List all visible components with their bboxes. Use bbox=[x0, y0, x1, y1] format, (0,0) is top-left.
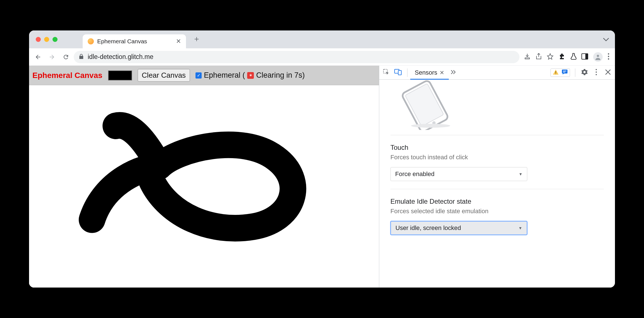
svg-rect-10 bbox=[555, 73, 556, 74]
address-bar: idle-detection.glitch.me bbox=[29, 48, 615, 66]
sidepanel-icon[interactable] bbox=[581, 53, 588, 61]
new-tab-button[interactable]: ＋ bbox=[191, 33, 202, 44]
svg-rect-13 bbox=[563, 72, 565, 72]
lock-icon bbox=[79, 54, 84, 60]
close-tab-icon[interactable]: ✕ bbox=[176, 38, 181, 45]
orientation-preview bbox=[390, 80, 604, 130]
omnibox[interactable]: idle-detection.glitch.me bbox=[74, 51, 519, 63]
favicon-icon bbox=[88, 38, 94, 44]
window-zoom-button[interactable] bbox=[53, 37, 58, 42]
page-title: Ephemeral Canvas bbox=[32, 71, 102, 80]
window-close-button[interactable] bbox=[36, 37, 41, 42]
ephemeral-label-suffix: Clearing in 7s) bbox=[256, 71, 305, 80]
chevron-down-icon: ▼ bbox=[518, 226, 522, 230]
svg-point-5 bbox=[608, 58, 609, 60]
svg-point-14 bbox=[596, 69, 597, 70]
devtools-tab-label: Sensors bbox=[415, 69, 437, 76]
devtools-body: Touch Forces touch instead of click Forc… bbox=[379, 80, 615, 288]
svg-rect-9 bbox=[555, 71, 556, 73]
svg-point-2 bbox=[597, 55, 599, 57]
svg-point-3 bbox=[608, 53, 609, 54]
ephemeral-toggle-group: ✓ Ephemeral ( ✶ Clearing in 7s) bbox=[195, 71, 305, 80]
device-toggle-icon[interactable] bbox=[394, 69, 402, 76]
inspect-element-icon[interactable] bbox=[382, 69, 390, 77]
window-minimize-button[interactable] bbox=[44, 37, 49, 42]
canvas-area[interactable] bbox=[29, 85, 379, 288]
touch-section: Touch Forces touch instead of click Forc… bbox=[390, 135, 604, 189]
back-button[interactable] bbox=[32, 51, 44, 63]
separator bbox=[575, 68, 575, 77]
warning-icon bbox=[551, 69, 560, 76]
svg-rect-11 bbox=[562, 70, 567, 73]
idle-section: Emulate Idle Detector state Forces selec… bbox=[390, 189, 604, 243]
browser-tab[interactable]: Ephemeral Canvas ✕ bbox=[83, 34, 186, 48]
ephemeral-checkbox[interactable]: ✓ bbox=[195, 72, 202, 79]
share-icon[interactable] bbox=[536, 53, 542, 61]
devtools-close-icon[interactable] bbox=[604, 69, 612, 76]
profile-avatar[interactable] bbox=[593, 52, 603, 62]
close-tab-icon[interactable]: ✕ bbox=[440, 69, 444, 76]
page-toolbar: Ephemeral Canvas Clear Canvas ✓ Ephemera… bbox=[29, 66, 379, 85]
svg-point-16 bbox=[596, 74, 597, 75]
devtools-tab-sensors[interactable]: Sensors ✕ bbox=[412, 66, 447, 79]
separator bbox=[407, 68, 407, 77]
forward-button[interactable] bbox=[46, 51, 58, 63]
idle-select[interactable]: User idle, screen locked ▼ bbox=[390, 221, 527, 235]
devtools-panel: Sensors ✕ bbox=[379, 66, 615, 288]
more-tabs-icon[interactable] bbox=[450, 70, 458, 75]
chrome-tabbar: Ephemeral Canvas ✕ ＋ bbox=[29, 30, 615, 48]
install-icon[interactable] bbox=[524, 53, 531, 61]
svg-rect-12 bbox=[563, 71, 566, 71]
alarm-icon: ✶ bbox=[247, 72, 254, 79]
chrome-menu-icon[interactable] bbox=[608, 53, 609, 61]
touch-heading: Touch bbox=[390, 144, 604, 151]
touch-select-value: Force enabled bbox=[395, 170, 435, 178]
issues-pill[interactable] bbox=[550, 68, 570, 77]
url-text: idle-detection.glitch.me bbox=[88, 53, 153, 61]
clear-canvas-button[interactable]: Clear Canvas bbox=[138, 69, 190, 82]
labs-icon[interactable] bbox=[570, 53, 576, 61]
tab-title: Ephemeral Canvas bbox=[97, 38, 173, 45]
svg-rect-1 bbox=[585, 54, 588, 59]
extensions-icon[interactable] bbox=[559, 53, 565, 61]
color-swatch[interactable] bbox=[108, 70, 132, 80]
browser-window: Ephemeral Canvas ✕ ＋ idle-detection.glit… bbox=[29, 30, 615, 288]
devtools-tabbar-right bbox=[550, 68, 612, 77]
touch-select[interactable]: Force enabled ▼ bbox=[390, 167, 527, 181]
svg-point-4 bbox=[608, 56, 609, 57]
svg-point-20 bbox=[411, 124, 450, 128]
idle-sub: Forces selected idle state emulation bbox=[390, 208, 604, 215]
toolbar-right bbox=[521, 52, 612, 62]
devtools-settings-icon[interactable] bbox=[580, 69, 589, 77]
content-split: Ephemeral Canvas Clear Canvas ✓ Ephemera… bbox=[29, 66, 615, 288]
chevron-down-icon: ▼ bbox=[519, 172, 523, 176]
tabs-dropdown-icon[interactable] bbox=[603, 36, 609, 43]
ephemeral-label-prefix: Ephemeral ( bbox=[204, 71, 245, 80]
touch-sub: Forces touch instead of click bbox=[390, 154, 604, 161]
devtools-menu-icon[interactable] bbox=[592, 69, 600, 77]
idle-select-value: User idle, screen locked bbox=[395, 224, 461, 232]
svg-rect-8 bbox=[398, 70, 401, 75]
page-viewport: Ephemeral Canvas Clear Canvas ✓ Ephemera… bbox=[29, 66, 379, 288]
svg-point-15 bbox=[596, 71, 597, 72]
feedback-icon bbox=[560, 69, 569, 76]
devtools-tabbar: Sensors ✕ bbox=[379, 66, 615, 80]
idle-heading: Emulate Idle Detector state bbox=[390, 198, 604, 205]
reload-button[interactable] bbox=[60, 51, 72, 63]
bookmark-star-icon[interactable] bbox=[547, 53, 554, 61]
window-controls bbox=[36, 37, 58, 42]
